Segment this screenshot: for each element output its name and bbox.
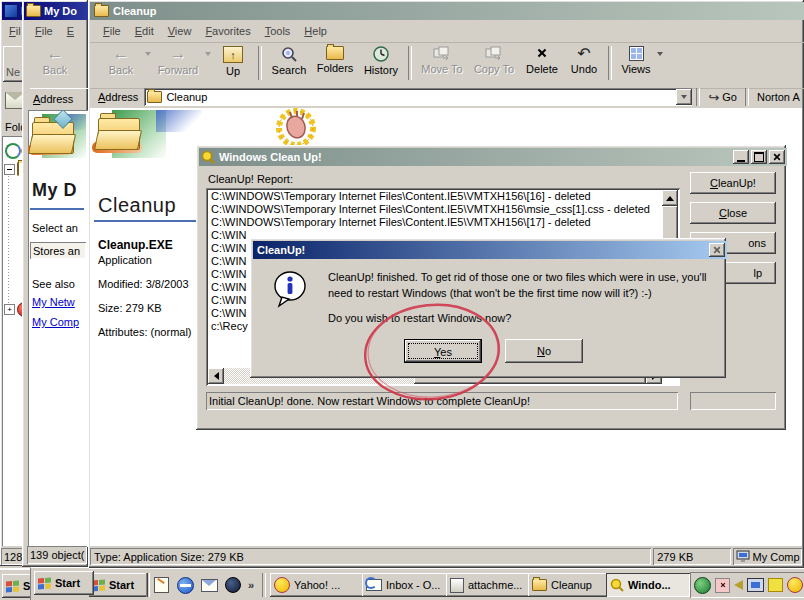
report-line[interactable]: C:\WINDOWS\Temporary Internet Files\Cont… [208, 190, 662, 203]
quick-launch: » [152, 576, 254, 594]
cleanup-action-button[interactable]: CleanUp! [690, 172, 776, 194]
toolbar-separator [745, 88, 749, 106]
msn-explorer-icon[interactable] [224, 576, 242, 594]
menu-view[interactable]: View [161, 22, 199, 40]
folders-button[interactable]: Folders [312, 44, 358, 84]
scroll-left-button[interactable] [208, 368, 224, 384]
dialog-titlebar[interactable]: Windows Clean Up! [199, 148, 787, 166]
folder-icon [94, 5, 109, 17]
menu-tools[interactable]: Tools [258, 22, 298, 40]
norton-menu[interactable]: Norton A [753, 91, 800, 103]
mydocs-seealso-text: See also [32, 278, 75, 290]
sync-icon [5, 143, 21, 159]
forward-dropdown-icon[interactable] [205, 52, 211, 56]
dialog-title: Windows Clean Up! [219, 151, 731, 163]
tray-messenger-icon[interactable] [787, 577, 803, 593]
tray-volume-icon[interactable] [734, 580, 743, 590]
back-icon: ← [113, 46, 130, 62]
quick-launch-chevron[interactable]: » [248, 579, 254, 591]
start-label: Start [109, 579, 134, 591]
back-button[interactable]: ← Back [98, 44, 144, 84]
status-zone-text: My Comp [753, 551, 800, 563]
folder-icon [532, 579, 547, 591]
show-desktop-icon[interactable] [152, 576, 170, 594]
scroll-up-button[interactable] [662, 190, 678, 206]
toolbar-separator [608, 46, 612, 80]
task-attachment[interactable]: attachme... [446, 573, 530, 597]
forward-button[interactable]: → Forward [152, 44, 204, 84]
views-dropdown-icon[interactable] [657, 52, 663, 56]
msgbox-message: CleanUp! finished. To get rid of those o… [328, 269, 710, 301]
divider [30, 208, 84, 210]
windows-flag-icon [38, 577, 51, 589]
copy-to-button[interactable]: Copy To [468, 44, 520, 84]
status-zone-panel: My Comp [733, 548, 802, 565]
tray-globe-icon[interactable] [694, 577, 711, 594]
mydocs-computer-link[interactable]: My Comp [32, 316, 79, 328]
explorer-titlebar[interactable]: Cleanup [90, 2, 804, 20]
folders-icon [326, 46, 344, 60]
mydocs-menu-edit[interactable]: E [60, 22, 81, 40]
undo-button[interactable]: ↶ Undo [564, 44, 604, 84]
maximize-button[interactable] [751, 150, 767, 164]
mydocs-network-link[interactable]: My Netw [32, 296, 75, 308]
msgbox-title: CleanUp! [255, 244, 707, 256]
address-label: Address [90, 91, 144, 103]
tray-alert-icon[interactable] [715, 578, 730, 593]
panel-attributes: Attributes: (normal) [98, 326, 192, 338]
menu-edit[interactable]: Edit [128, 22, 161, 40]
start-button-fragment[interactable]: Start [34, 571, 94, 595]
go-label: Go [722, 91, 737, 103]
inbox-taskbar-fragment: S [0, 569, 34, 600]
mydocs-titlebar[interactable]: My Do [24, 2, 90, 20]
cleanup-icon [201, 150, 215, 164]
mydocs-back-button[interactable]: ← Back [30, 44, 80, 84]
move-to-button[interactable]: Move To [416, 44, 468, 84]
delete-button[interactable]: Delete [520, 44, 564, 84]
menu-file[interactable]: File [96, 22, 128, 40]
menu-help[interactable]: Help [297, 22, 334, 40]
tray-scheduler-icon[interactable] [768, 578, 783, 592]
yes-button[interactable]: Yes [404, 339, 482, 363]
up-button[interactable]: ↑ Up [212, 44, 254, 84]
report-line[interactable]: C:\WINDOWS\Temporary Internet Files\Cont… [208, 203, 662, 216]
search-button[interactable]: Search [266, 44, 312, 84]
taskbar: Start » Yahoo! ... Inbox - O... attachme… [0, 568, 804, 600]
mydocs-banner [30, 114, 86, 168]
dialog-status-right [690, 392, 776, 410]
back-dropdown-icon[interactable] [145, 52, 151, 56]
toolbar-separator [258, 46, 262, 80]
tree-folder-icon [17, 162, 19, 176]
history-button[interactable]: History [358, 44, 404, 84]
close-button[interactable] [709, 243, 725, 257]
task-yahoo[interactable]: Yahoo! ... [270, 573, 364, 597]
menu-favorites[interactable]: Favorites [198, 22, 257, 40]
cleanup-msgbox: CleanUp! CleanUp! finished. To get rid o… [250, 238, 726, 378]
go-button[interactable]: ↪ Go [704, 90, 741, 105]
report-line[interactable]: C:\WINDOWS\Temporary Internet Files\Cont… [208, 216, 662, 229]
close-button[interactable] [769, 150, 785, 164]
task-inbox[interactable]: Inbox - O... [362, 573, 448, 597]
move-to-icon [433, 46, 451, 61]
start-label: Start [55, 577, 80, 589]
tray-display-icon[interactable] [747, 578, 764, 592]
tree-expand-plus-icon[interactable]: + [4, 304, 15, 315]
no-button[interactable]: No [505, 339, 583, 363]
msgbox-titlebar[interactable]: CleanUp! [253, 241, 727, 259]
outlook-express-icon[interactable] [200, 576, 218, 594]
minimize-button[interactable] [733, 150, 749, 164]
close-dialog-button[interactable]: Close [690, 202, 776, 224]
start-button[interactable]: Start [88, 573, 148, 597]
panel-file-type: Application [98, 254, 152, 266]
mydocs-menu-file[interactable]: File [28, 22, 60, 40]
address-dropdown-button[interactable] [676, 89, 692, 105]
views-button[interactable]: Views [616, 44, 656, 84]
task-cleanup-folder[interactable]: Cleanup [528, 573, 610, 597]
task-windows-cleanup[interactable]: Windo... [606, 573, 690, 597]
cleanup-banner [94, 110, 204, 166]
address-input[interactable]: Cleanup [144, 88, 692, 106]
tree-expand-minus-icon[interactable] [4, 164, 15, 175]
mydocs-status-text: 139 object( [27, 549, 84, 561]
mydocs-select-text: Select an [32, 222, 78, 234]
internet-explorer-icon[interactable] [176, 576, 194, 594]
